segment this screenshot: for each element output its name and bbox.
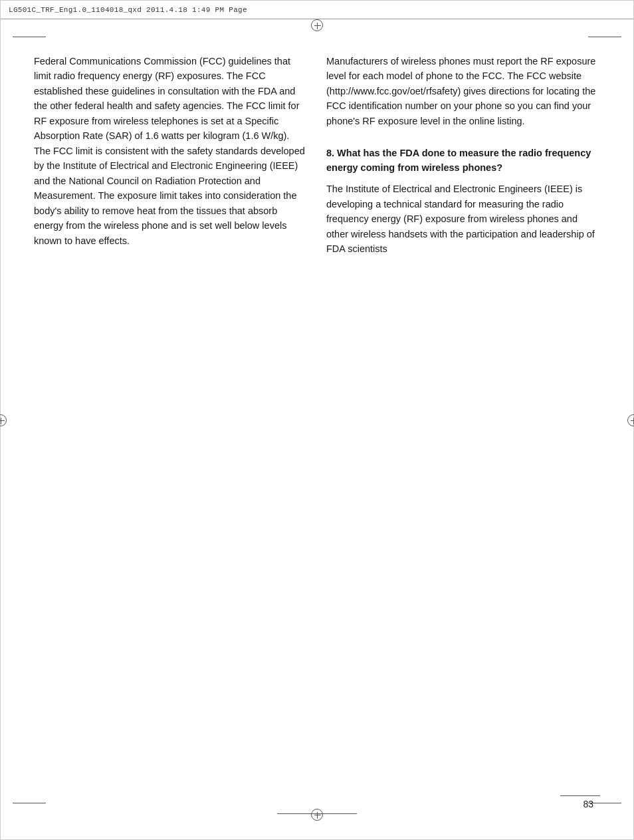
reg-mark-top xyxy=(311,19,323,31)
footer-rule xyxy=(560,795,600,796)
content-area: Federal Communications Commission (FCC) … xyxy=(34,54,600,786)
left-column-text: Federal Communications Commission (FCC) … xyxy=(34,54,308,248)
bottom-rule-left xyxy=(13,803,46,803)
top-rule-left xyxy=(13,37,46,37)
top-rule-right xyxy=(588,37,621,37)
header-text: LG501C_TRF_Eng1.0_1104018_qxd 2011.4.18 … xyxy=(9,6,247,14)
section-heading: 8. What has the FDA done to measure the … xyxy=(326,146,600,176)
page-container: LG501C_TRF_Eng1.0_1104018_qxd 2011.4.18 … xyxy=(0,0,634,840)
right-intro-text: Manufacturers of wireless phones must re… xyxy=(326,54,600,128)
header-bar: LG501C_TRF_Eng1.0_1104018_qxd 2011.4.18 … xyxy=(1,1,633,19)
reg-mark-left xyxy=(0,414,7,426)
section-body-text: The Institute of Electrical and Electron… xyxy=(326,182,600,256)
left-column: Federal Communications Commission (FCC) … xyxy=(34,54,308,786)
reg-mark-bottom xyxy=(311,809,323,821)
bottom-center-rule xyxy=(277,813,357,814)
page-number: 83 xyxy=(583,799,593,809)
reg-mark-right xyxy=(627,414,634,426)
right-column: Manufacturers of wireless phones must re… xyxy=(326,54,600,786)
